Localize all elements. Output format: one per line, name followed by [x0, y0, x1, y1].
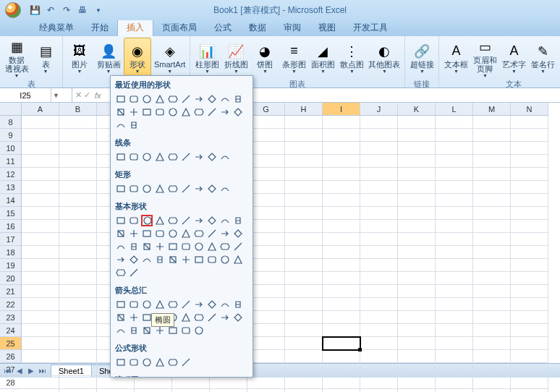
- shape-item[interactable]: [219, 151, 231, 163]
- shape-item[interactable]: [206, 241, 218, 252]
- name-box[interactable]: ▼: [0, 88, 72, 102]
- shape-item[interactable]: [167, 215, 179, 226]
- row-header-12[interactable]: 12: [0, 168, 21, 181]
- shape-item[interactable]: [167, 93, 179, 105]
- row-header-16[interactable]: 16: [0, 220, 21, 233]
- col-header-M[interactable]: M: [473, 103, 511, 115]
- shape-item[interactable]: [193, 151, 205, 163]
- tab-8[interactable]: 开发工具: [344, 20, 396, 36]
- shape-item[interactable]: [128, 241, 140, 252]
- ribbon-table[interactable]: ▤表▼: [32, 38, 59, 78]
- shape-item[interactable]: [154, 183, 166, 195]
- tab-3[interactable]: 页面布局: [153, 20, 205, 36]
- tab-4[interactable]: 公式: [205, 20, 240, 36]
- shape-item[interactable]: [206, 299, 218, 310]
- office-button[interactable]: [0, 0, 26, 20]
- shape-item[interactable]: [128, 93, 140, 105]
- shape-item[interactable]: [180, 312, 192, 323]
- shape-item[interactable]: [180, 215, 192, 226]
- tab-5[interactable]: 数据: [240, 20, 275, 36]
- shape-item[interactable]: [128, 119, 140, 131]
- col-header-I[interactable]: I: [323, 103, 360, 115]
- shape-item[interactable]: [128, 151, 140, 163]
- shape-item[interactable]: [219, 241, 231, 252]
- tab-2[interactable]: 插入: [117, 19, 153, 36]
- shape-item[interactable]: [141, 241, 153, 252]
- col-header-J[interactable]: J: [360, 103, 398, 115]
- ribbon-other[interactable]: ◐其他图表▼: [367, 38, 402, 78]
- shape-item[interactable]: [206, 215, 218, 226]
- shape-item[interactable]: [193, 93, 205, 105]
- shape-item[interactable]: [128, 312, 140, 323]
- row-header-20[interactable]: 20: [0, 272, 21, 285]
- shape-item[interactable]: [115, 254, 127, 265]
- shape-item[interactable]: [167, 106, 179, 118]
- ribbon-textbox[interactable]: A文本框▼: [442, 38, 470, 78]
- shape-item[interactable]: [128, 183, 140, 195]
- row-header-10[interactable]: 10: [0, 142, 21, 155]
- shape-item[interactable]: [167, 299, 179, 310]
- save-icon[interactable]: 💾: [29, 4, 41, 16]
- shape-item[interactable]: [141, 93, 153, 105]
- qat-dropdown-icon[interactable]: ▼: [93, 4, 104, 16]
- shape-item[interactable]: [219, 228, 231, 239]
- ribbon-wordart[interactable]: A艺术字▼: [500, 38, 527, 78]
- ribbon-line[interactable]: 📈折线图▼: [222, 38, 250, 78]
- shape-item[interactable]: [128, 357, 140, 368]
- shape-item[interactable]: [180, 93, 192, 105]
- row-header-25[interactable]: 25: [0, 337, 21, 350]
- name-box-input[interactable]: [0, 91, 51, 100]
- undo-icon[interactable]: ↶: [45, 4, 56, 16]
- row-header-24[interactable]: 24: [0, 324, 21, 337]
- print-icon[interactable]: 🖶: [77, 4, 88, 16]
- sheet-first-icon[interactable]: ⏮: [3, 367, 13, 375]
- row-header-13[interactable]: 13: [0, 181, 21, 194]
- select-all-corner[interactable]: [0, 103, 22, 116]
- row-header-26[interactable]: 26: [0, 350, 21, 363]
- shape-item[interactable]: [180, 228, 192, 239]
- shape-item[interactable]: [154, 151, 166, 163]
- shape-item[interactable]: [206, 106, 218, 118]
- shape-item[interactable]: [232, 241, 244, 252]
- shape-item[interactable]: [154, 357, 166, 368]
- shape-item[interactable]: [167, 151, 179, 163]
- shape-item[interactable]: [115, 357, 127, 368]
- shape-item[interactable]: [141, 183, 153, 195]
- ribbon-smartart[interactable]: ◈SmartArt▼: [153, 38, 187, 78]
- shape-item[interactable]: [180, 151, 192, 163]
- shape-item[interactable]: [115, 93, 127, 105]
- row-header-18[interactable]: 18: [0, 246, 21, 259]
- col-header-B[interactable]: B: [59, 103, 97, 115]
- shape-item[interactable]: [128, 106, 140, 118]
- col-header-A[interactable]: A: [22, 103, 59, 115]
- ribbon-shapes[interactable]: ◉形状▼: [124, 38, 151, 78]
- shape-item[interactable]: [141, 215, 153, 226]
- row-header-8[interactable]: 8: [0, 116, 21, 129]
- shape-item[interactable]: [180, 357, 192, 368]
- shape-item[interactable]: [219, 106, 231, 118]
- ribbon-hbar[interactable]: ≡条形图▼: [280, 38, 307, 78]
- shape-item[interactable]: [154, 299, 166, 310]
- col-header-K[interactable]: K: [398, 103, 436, 115]
- shape-item[interactable]: [219, 93, 231, 105]
- col-header-N[interactable]: N: [511, 103, 548, 115]
- name-box-dropdown[interactable]: ▼: [51, 88, 61, 102]
- ribbon-scatter[interactable]: ⋮散点图▼: [338, 38, 365, 78]
- shape-item[interactable]: [206, 254, 218, 265]
- ribbon-header[interactable]: ▭页眉和页脚▼: [471, 38, 499, 78]
- redo-icon[interactable]: ↷: [61, 4, 72, 16]
- shape-item[interactable]: [167, 254, 179, 265]
- shape-item[interactable]: [180, 325, 192, 336]
- shape-item[interactable]: [167, 228, 179, 239]
- tab-7[interactable]: 视图: [310, 20, 344, 36]
- shape-item[interactable]: [128, 254, 140, 265]
- shape-item[interactable]: [128, 215, 140, 226]
- row-header-22[interactable]: 22: [0, 298, 21, 311]
- row-header-11[interactable]: 11: [0, 155, 21, 168]
- shape-item[interactable]: [167, 357, 179, 368]
- shape-item[interactable]: [232, 93, 244, 105]
- shape-item[interactable]: [141, 299, 153, 310]
- row-header-21[interactable]: 21: [0, 285, 21, 298]
- shape-item[interactable]: [141, 151, 153, 163]
- shape-item[interactable]: [115, 106, 127, 118]
